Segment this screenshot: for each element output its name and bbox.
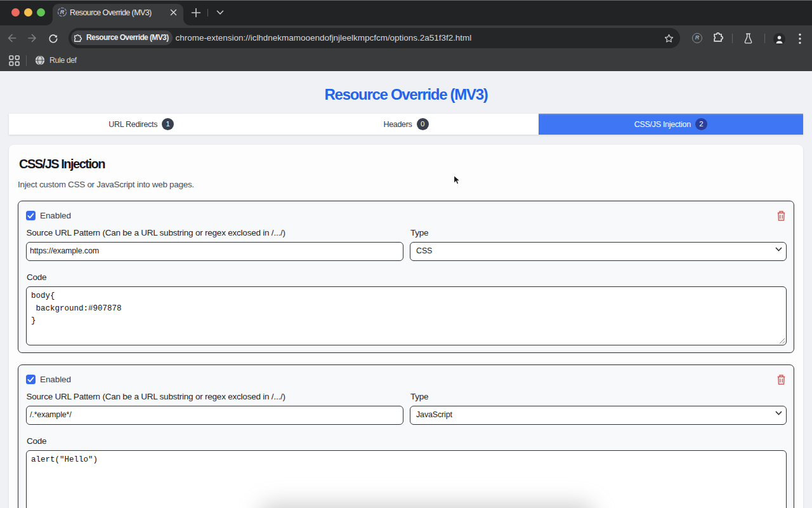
svg-text:R: R: [60, 9, 65, 15]
